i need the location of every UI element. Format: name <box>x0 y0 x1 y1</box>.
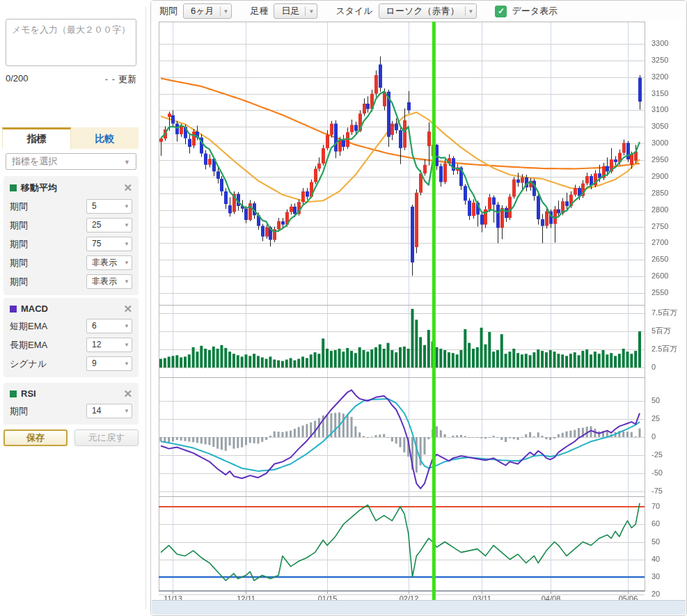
chevron-down-icon: ▼ <box>124 155 130 170</box>
period-label: 期間 <box>159 5 177 17</box>
param-label: 期間 <box>10 219 28 232</box>
indicator-name: MACD <box>21 303 48 314</box>
chevron-down-icon: ▼ <box>124 338 129 352</box>
param-label: シグナル <box>10 358 47 370</box>
param-label: 期間 <box>10 238 28 251</box>
data-display-label: データ表示 <box>512 5 558 17</box>
indicator-card-moving-average: 移動平均 ✕ 期間 5▼ 期間 25▼ 期間 75▼ 期間 非表示▼ 期間 非表… <box>3 176 139 295</box>
update-link[interactable]: - -更新 <box>105 73 136 86</box>
indicator-card-macd: MACD ✕ 短期EMA 6▼ 長期EMA 12▼ シグナル 9▼ <box>3 298 139 377</box>
param-label: 長期EMA <box>10 339 47 352</box>
chevron-down-icon: ▼ <box>223 8 229 15</box>
chevron-down-icon: ▼ <box>124 200 129 213</box>
indicator-name: RSI <box>21 388 36 399</box>
indicator-card-rsi: RSI ✕ 期間 14▼ <box>3 383 139 425</box>
rsi-period-select[interactable]: 14▼ <box>86 404 132 418</box>
chevron-down-icon: ▼ <box>308 8 314 15</box>
data-display-checkbox[interactable]: ✓ <box>495 6 507 17</box>
stock-chart-app: 0/200 - -更新 指標 比較 指標を選択 ▼ 移動平均 ✕ 期間 5▼ 期… <box>0 0 687 616</box>
ma-period-4-select[interactable]: 非表示▼ <box>86 255 132 270</box>
macd-short-ema-select[interactable]: 6▼ <box>86 319 132 333</box>
chart-toolbar: 期間 6ヶ月 ▼ 足種 日足 ▼ スタイル ローソク（赤青） ▼ ✓ データ表示 <box>151 1 686 22</box>
indicator-color-swatch <box>10 306 17 313</box>
ma-period-1-select[interactable]: 5▼ <box>86 199 132 214</box>
chevron-down-icon: ▼ <box>124 256 129 269</box>
tab-indicators[interactable]: 指標 <box>2 127 71 149</box>
chevron-down-icon: ▼ <box>124 404 129 418</box>
close-icon[interactable]: ✕ <box>123 390 132 398</box>
ma-period-2-select[interactable]: 25▼ <box>86 218 132 232</box>
close-icon[interactable]: ✕ <box>123 305 132 313</box>
chevron-down-icon: ▼ <box>124 357 129 370</box>
ma-period-5-select[interactable]: 非表示▼ <box>86 274 132 289</box>
bar-type-select[interactable]: 日足 ▼ <box>274 3 317 19</box>
sidebar-tabs: 指標 比較 <box>2 127 139 149</box>
param-label: 期間 <box>10 200 28 213</box>
style-select[interactable]: ローソク（赤青） ▼ <box>379 3 477 19</box>
style-label: スタイル <box>335 5 372 17</box>
bar-type-label: 足種 <box>250 5 268 17</box>
param-label: 期間 <box>10 257 28 269</box>
memo-meta: 0/200 - -更新 <box>6 73 136 86</box>
param-label: 短期EMA <box>10 320 47 333</box>
period-select[interactable]: 6ヶ月 ▼ <box>183 3 232 19</box>
stock-chart-canvas[interactable] <box>151 22 687 616</box>
update-value: - - <box>105 74 116 84</box>
close-icon[interactable]: ✕ <box>123 184 132 192</box>
ma-period-3-select[interactable]: 75▼ <box>86 237 132 251</box>
reset-button[interactable]: 元に戻す <box>74 429 139 446</box>
chevron-down-icon: ▼ <box>124 237 129 251</box>
chevron-down-icon: ▼ <box>124 219 129 232</box>
save-button[interactable]: 保存 <box>3 429 68 446</box>
chart-area: 期間 6ヶ月 ▼ 足種 日足 ▼ スタイル ローソク（赤青） ▼ ✓ データ表示 <box>150 0 687 616</box>
tab-compare[interactable]: 比較 <box>71 127 139 149</box>
param-label: 期間 <box>10 405 28 418</box>
chevron-down-icon: ▼ <box>468 8 474 15</box>
chevron-down-icon: ▼ <box>124 319 129 333</box>
indicator-color-swatch <box>10 184 17 191</box>
param-label: 期間 <box>10 276 28 288</box>
indicator-color-swatch <box>10 390 17 397</box>
memo-input[interactable] <box>6 19 136 66</box>
indicator-name: 移動平均 <box>21 182 57 194</box>
chevron-down-icon: ▼ <box>124 275 129 288</box>
char-count: 0/200 <box>6 73 29 86</box>
indicator-select[interactable]: 指標を選択 ▼ <box>6 153 136 170</box>
macd-signal-select[interactable]: 9▼ <box>86 356 132 371</box>
chart-bottom-band <box>152 600 686 615</box>
macd-long-ema-select[interactable]: 12▼ <box>86 338 132 352</box>
sidebar: 0/200 - -更新 指標 比較 指標を選択 ▼ 移動平均 ✕ 期間 5▼ 期… <box>0 0 150 616</box>
